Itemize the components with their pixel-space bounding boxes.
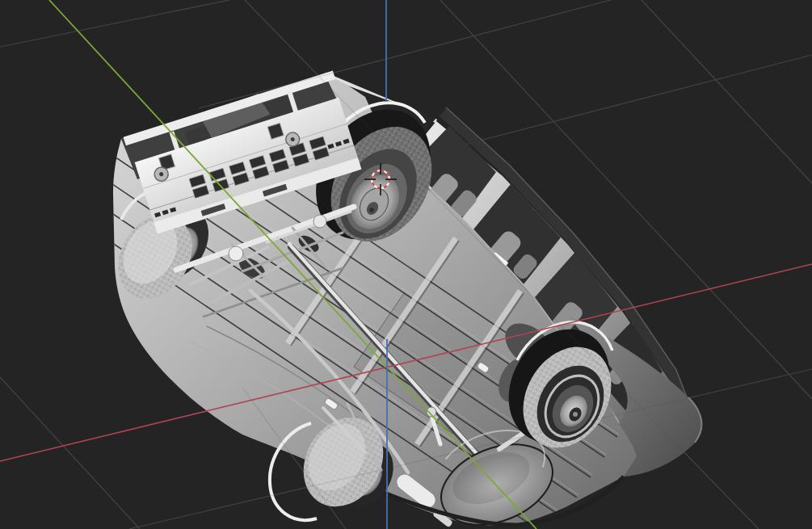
viewport[interactable] <box>0 0 812 529</box>
viewport-canvas[interactable] <box>0 0 812 529</box>
